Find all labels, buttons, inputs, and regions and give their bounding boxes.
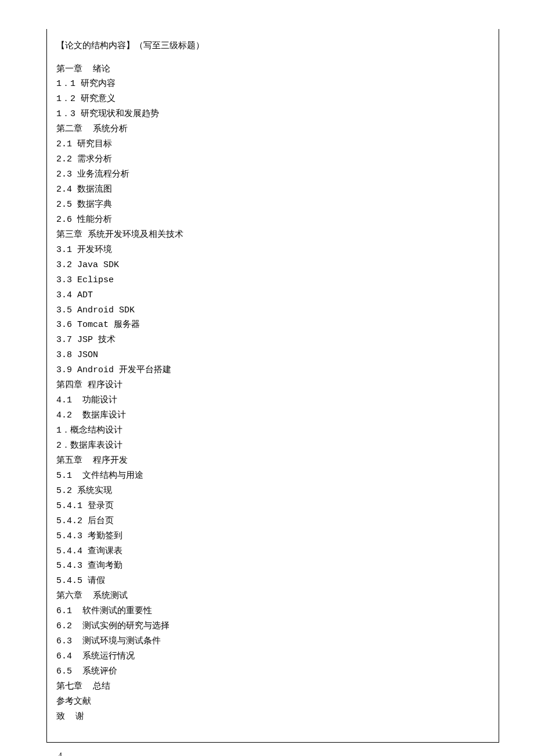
toc-item: 第三章 系统开发环境及相关技术 [56, 228, 489, 243]
toc-item: 2.4 数据流图 [56, 182, 489, 197]
toc-item: 致 谢 [56, 710, 489, 725]
toc-item: 2.3 业务流程分析 [56, 167, 489, 182]
toc-item: 3.8 JSON [56, 348, 489, 363]
toc-item: 1．概念结构设计 [56, 423, 489, 438]
toc-item: 1．1 研究内容 [56, 77, 489, 92]
toc-item: 5.4.5 请假 [56, 574, 489, 589]
toc-item: 5.4.3 查询考勤 [56, 559, 489, 574]
toc-item: 5.4.3 考勤签到 [56, 529, 489, 544]
toc-item: 2.5 数据字典 [56, 197, 489, 213]
toc-item: 5.2 系统实现 [56, 484, 489, 499]
toc-item: 3.9 Android 开发平台搭建 [56, 363, 489, 378]
toc-item: 6.5 系统评价 [56, 664, 489, 679]
section-heading: 【论文的结构内容】（写至三级标题） [56, 37, 489, 54]
toc-item: 5.1 文件结构与用途 [56, 469, 489, 484]
toc-item: 3.1 开发环境 [56, 243, 489, 258]
toc-item: 5.4.1 登录页 [56, 499, 489, 514]
toc-item: 参考文献 [56, 694, 489, 710]
toc-item: 4.1 功能设计 [56, 393, 489, 408]
toc-item: 2.1 研究目标 [56, 137, 489, 152]
toc-item: 1．2 研究意义 [56, 92, 489, 107]
toc-item: 4.2 数据库设计 [56, 408, 489, 423]
toc-item: 第一章 绪论 [56, 62, 489, 77]
toc-item: 第二章 系统分析 [56, 122, 489, 137]
document-page: 【论文的结构内容】（写至三级标题） 第一章 绪论1．1 研究内容1．2 研究意义… [0, 0, 534, 756]
toc-item: 2.6 性能分析 [56, 213, 489, 228]
toc-item: 6.2 测试实例的研究与选择 [56, 619, 489, 634]
toc-item: 3.4 ADT [56, 288, 489, 303]
toc-item: 5.4.4 查询课表 [56, 544, 489, 559]
toc-item: 第四章 程序设计 [56, 378, 489, 393]
toc-item: 第六章 系统测试 [56, 589, 489, 604]
toc-item: 2．数据库表设计 [56, 438, 489, 453]
toc-item: 6.3 测试环境与测试条件 [56, 634, 489, 649]
toc-list: 第一章 绪论1．1 研究内容1．2 研究意义1．3 研究现状和发展趋势第二章 系… [56, 62, 489, 725]
toc-item: 第七章 总结 [56, 679, 489, 694]
toc-item: 2.2 需求分析 [56, 152, 489, 167]
toc-item: 3.2 Java SDK [56, 258, 489, 273]
toc-item: 6.4 系统运行情况 [56, 649, 489, 664]
toc-item: 6.1 软件测试的重要性 [56, 604, 489, 619]
toc-item: 5.4.2 后台页 [56, 514, 489, 529]
toc-item: 3.3 Eclipse [56, 273, 489, 288]
content-box: 【论文的结构内容】（写至三级标题） 第一章 绪论1．1 研究内容1．2 研究意义… [46, 29, 499, 743]
toc-item: 1．3 研究现状和发展趋势 [56, 107, 489, 122]
toc-item: 3.6 Tomcat 服务器 [56, 318, 489, 333]
page-number: 4 [58, 751, 62, 756]
toc-item: 3.5 Android SDK [56, 303, 489, 318]
toc-item: 第五章 程序开发 [56, 453, 489, 469]
toc-item: 3.7 JSP 技术 [56, 333, 489, 348]
